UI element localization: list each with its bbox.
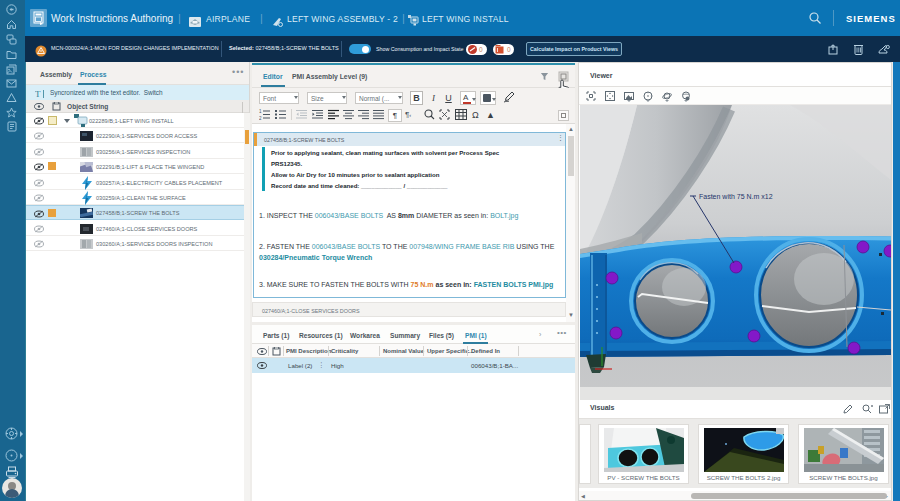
svg-text:1: 1 bbox=[259, 109, 262, 114]
svg-text:Fasten with 75 N.m x12: Fasten with 75 N.m x12 bbox=[699, 193, 773, 200]
svg-text:2: 2 bbox=[259, 116, 262, 120]
svg-text:T: T bbox=[35, 89, 41, 99]
